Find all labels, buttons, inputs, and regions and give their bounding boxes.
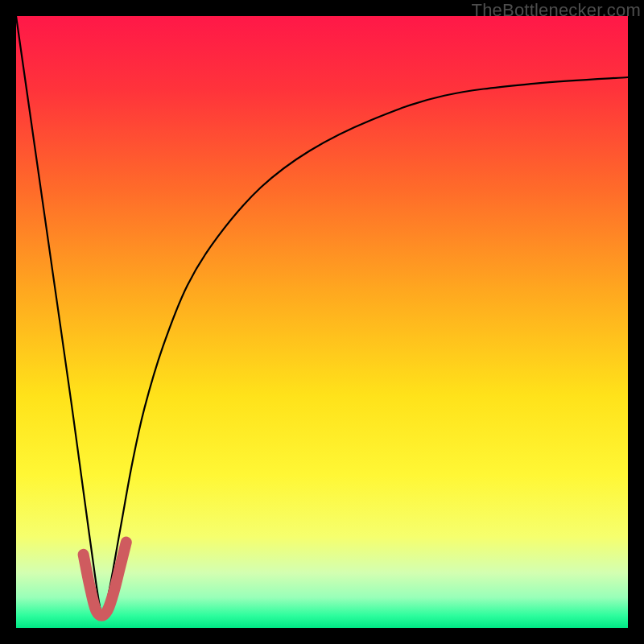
main-curve xyxy=(16,16,628,620)
curve-layer xyxy=(16,16,628,628)
watermark-text: TheBottlenecker.com xyxy=(472,0,641,21)
highlight-marker xyxy=(84,543,126,616)
plot-area xyxy=(16,16,628,628)
chart-frame: TheBottlenecker.com xyxy=(0,0,644,644)
